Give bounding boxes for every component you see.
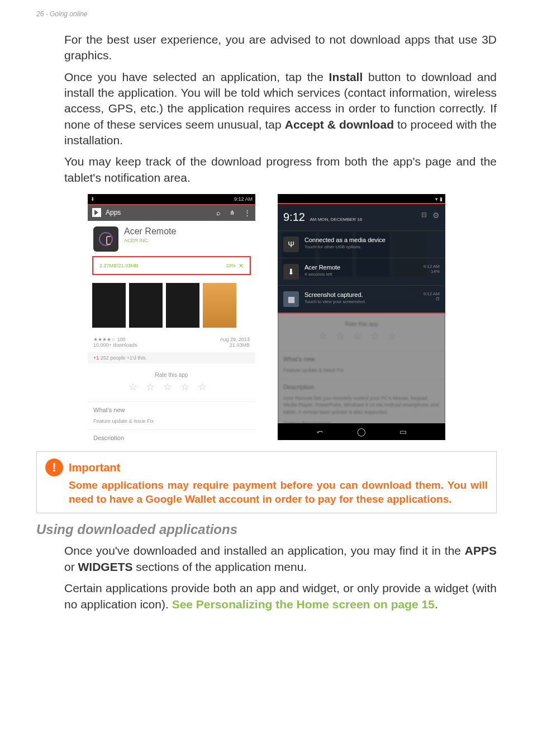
notif-subtitle: 4 seconds left bbox=[304, 272, 418, 277]
play-store-icon bbox=[92, 208, 101, 217]
apps-label: APPS bbox=[465, 544, 497, 557]
preview-thumb[interactable] bbox=[129, 283, 163, 328]
notification-shade[interactable]: 9:12 AM MON, DECEMBER 16 ⚙ ⊟ Ψ Connected… bbox=[278, 204, 445, 313]
screenshot-app-page: ⬇ 9:12 AM Apps ⌕ ⋔ ⋮ Acer Remote ACER IN… bbox=[88, 194, 255, 440]
description-heading: Description bbox=[88, 429, 255, 440]
important-title: Important bbox=[69, 461, 120, 474]
plus-one-row: +1 252 people +1'd this. bbox=[88, 352, 255, 363]
preview-thumb[interactable] bbox=[166, 283, 199, 328]
rating-stars-input[interactable]: ☆☆☆☆☆ bbox=[93, 381, 250, 393]
notif-subtitle: Touch to view your screenshot. bbox=[304, 299, 418, 304]
notif-time: 9:12 AM bbox=[423, 291, 440, 296]
notif-title: Connected as a media device bbox=[304, 237, 440, 243]
menu-icon[interactable]: ⋮ bbox=[244, 209, 251, 217]
paragraph-1: For the best user experience, you are ad… bbox=[64, 32, 497, 64]
app-publisher[interactable]: ACER INC. bbox=[124, 238, 250, 243]
screenshot-thumb-icon: ▦ bbox=[283, 291, 299, 307]
app-title-area: Acer Remote ACER INC. bbox=[124, 226, 250, 252]
accept-download-label: Accept & download bbox=[285, 118, 394, 131]
paragraph-4: Once you've downloaded and installed an … bbox=[64, 543, 497, 575]
screenshot-notification-shade: ▾ ▮ ✕ ★★★★☆ 10010,000+ downloadsAug 29, … bbox=[278, 194, 445, 440]
recent-icon[interactable]: ▭ bbox=[399, 427, 407, 436]
notif-subtitle: Touch for other USB options. bbox=[304, 244, 440, 249]
rate-label: Rate this app bbox=[93, 372, 250, 378]
download-percent: 10% ✕ bbox=[226, 262, 244, 270]
remote-icon bbox=[99, 232, 113, 246]
page-number-label: 26 - Going online bbox=[36, 10, 87, 18]
rate-section[interactable]: Rate this app ☆☆☆☆☆ bbox=[88, 363, 255, 401]
widgets-label: WIDGETS bbox=[78, 560, 133, 573]
preview-thumbnails bbox=[88, 278, 255, 332]
app-bar: Apps ⌕ ⋔ ⋮ bbox=[88, 204, 255, 221]
release-date: Aug 29, 2013 bbox=[220, 337, 250, 342]
apps-label: Apps bbox=[106, 209, 121, 216]
status-time: 9:12 AM bbox=[234, 196, 253, 202]
home-icon[interactable]: ◯ bbox=[357, 427, 366, 436]
important-text: Some applications may require payment be… bbox=[45, 479, 488, 506]
app-header: Acer Remote ACER INC. bbox=[88, 221, 255, 257]
share-icon[interactable]: ⋔ bbox=[230, 209, 235, 216]
notif-percent: 14% bbox=[423, 269, 440, 274]
paragraph-5: Certain applications provide both an app… bbox=[64, 580, 497, 612]
status-bar: ⬇ 9:12 AM bbox=[88, 194, 255, 204]
important-callout: ! Important Some applications may requir… bbox=[36, 451, 497, 513]
download-progress-bar: 2.27MB/21.03MB 10% ✕ bbox=[93, 257, 250, 274]
search-icon[interactable]: ⌕ bbox=[216, 209, 221, 217]
stats-row: ★★★★☆ 100 10,000+ downloads Aug 29, 2013… bbox=[88, 332, 255, 352]
paragraph-2: Once you have selected an application, t… bbox=[64, 69, 497, 149]
notification-clock: 9:12 AM MON, DECEMBER 16 ⚙ ⊟ bbox=[278, 204, 445, 230]
download-indicator-icon: ⬇ bbox=[91, 196, 95, 202]
settings-icon[interactable]: ⚙ bbox=[432, 211, 440, 220]
plus-one-count: 252 people +1'd this. bbox=[101, 355, 147, 361]
notif-time: 9:12 AM bbox=[423, 264, 440, 269]
notification-item[interactable]: ▦ Screenshot captured. Touch to view you… bbox=[278, 285, 445, 313]
download-icon: ⬇ bbox=[283, 264, 299, 280]
content-area: For the best user experience, you are ad… bbox=[0, 18, 533, 640]
back-icon[interactable]: ⤺ bbox=[317, 427, 323, 436]
paragraph-3: You may keep track of the download progr… bbox=[64, 154, 497, 186]
screenshots-row: ⬇ 9:12 AM Apps ⌕ ⋔ ⋮ Acer Remote ACER IN… bbox=[36, 194, 497, 440]
cross-reference-link[interactable]: See Personalizing the Home screen on pag… bbox=[172, 598, 435, 611]
download-size: 2.27MB/21.03MB bbox=[99, 263, 139, 268]
alert-icon: ! bbox=[45, 459, 63, 476]
notification-item[interactable]: Ψ Connected as a media device Touch for … bbox=[278, 230, 445, 258]
status-bar: ▾ ▮ bbox=[278, 194, 445, 204]
usb-icon: Ψ bbox=[283, 237, 299, 252]
download-count: 10,000+ downloads bbox=[93, 342, 137, 348]
share-mini-icon[interactable]: ⊡ bbox=[423, 296, 440, 301]
notification-item[interactable]: ⬇ Acer Remote 4 seconds left 9:12 AM 14% bbox=[278, 258, 445, 285]
whats-new-text: Feature update & Issue Fix bbox=[88, 418, 255, 429]
notif-title: Screenshot captured. bbox=[304, 291, 418, 298]
app-icon bbox=[93, 226, 118, 252]
file-size: 21.03MB bbox=[220, 342, 250, 348]
whats-new-heading: What's new bbox=[88, 401, 255, 418]
page-header: 26 - Going online bbox=[0, 0, 533, 18]
nav-bar: ⤺ ◯ ▭ bbox=[278, 423, 445, 440]
cancel-download-icon[interactable]: ✕ bbox=[239, 262, 244, 270]
status-icons: ▾ ▮ bbox=[435, 196, 442, 202]
notif-title: Acer Remote bbox=[304, 264, 418, 271]
rating-stars: ★★★★☆ 100 bbox=[93, 337, 137, 342]
preview-thumb[interactable] bbox=[203, 283, 236, 328]
install-label: Install bbox=[329, 70, 363, 83]
app-title: Acer Remote bbox=[124, 226, 250, 237]
heading-using-downloaded: Using downloaded applications bbox=[36, 522, 497, 537]
notif-time: 9:12 bbox=[283, 211, 305, 223]
clear-icon[interactable]: ⊟ bbox=[421, 211, 427, 219]
preview-thumb[interactable] bbox=[92, 283, 126, 328]
